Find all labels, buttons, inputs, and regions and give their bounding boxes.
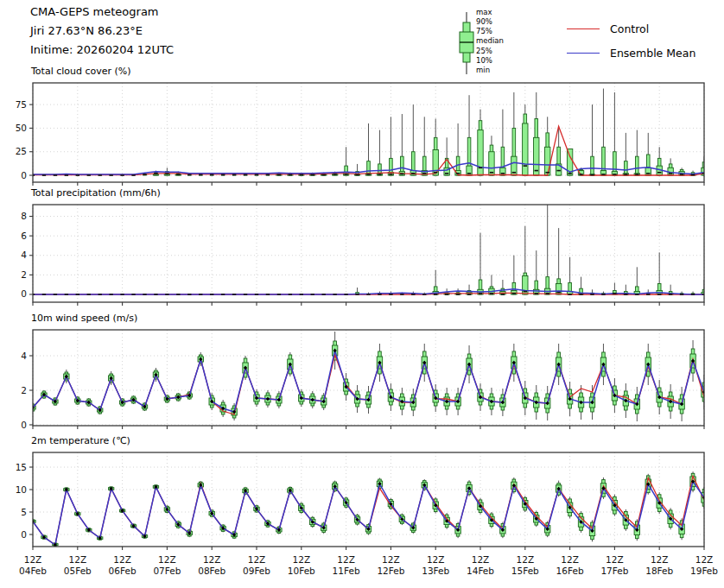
y-tick-label: 2 [21,269,27,280]
x-tick-date: 17Feb [600,566,628,576]
y-tick-label: 2 [21,385,27,395]
x-tick-hour: 12Z [472,554,490,565]
x-tick-hour: 12Z [248,554,266,565]
x-tick-hour: 12Z [427,554,445,565]
panel-3: 051015 [16,452,708,550]
x-tick-date: 18Feb [645,566,673,576]
x-tick-hour: 12Z [203,554,221,565]
y-tick-label: 75 [16,99,27,110]
y-tick-label: 25 [16,146,27,156]
y-tick-label: 8 [21,211,27,221]
y-tick-label: 4 [21,351,27,361]
x-tick-date: 08Feb [198,566,225,576]
x-tick-date: 04Feb [19,566,47,576]
x-tick-hour: 12Z [24,554,42,565]
y-tick-label: 15 [16,462,27,472]
y-tick-label: 0 [21,288,27,299]
y-tick-label: 5 [21,507,27,517]
y-tick-label: 50 [16,123,27,133]
x-tick-date: 11Feb [333,566,360,576]
y-tick-label: 10 [16,484,27,495]
x-tick-date: 15Feb [511,566,539,576]
y-tick-label: 6 [21,231,27,241]
y-tick-label: 0 [21,170,27,180]
x-tick-hour: 12Z [651,554,669,565]
y-tick-label: 4 [21,250,27,260]
x-tick-hour: 12Z [337,554,355,565]
x-tick-date: 10Feb [288,566,315,576]
meteogram-panels: 02550750246802405101512Z04Feb12Z05Feb12Z… [0,0,724,588]
x-tick-date: 05Feb [64,566,92,576]
meteogram-page: CMA-GEPS meteogram Jiri 27.63°N 86.23°E … [0,0,724,588]
x-tick-hour: 12Z [158,554,176,565]
x-tick-hour: 12Z [293,554,311,565]
panel-0: 0255075 [16,83,708,186]
x-tick-date: 14Feb [467,566,494,576]
x-tick-date: 16Feb [556,566,584,576]
y-tick-label: 0 [21,529,27,540]
x-tick-date: 07Feb [153,566,181,576]
x-tick-hour: 12Z [695,554,714,565]
x-tick-date: 06Feb [109,566,137,576]
x-tick-hour: 12Z [517,554,535,565]
x-tick-hour: 12Z [561,554,579,565]
y-tick-label: 0 [21,420,27,430]
x-tick-date: 13Feb [422,566,449,576]
x-tick-hour: 12Z [382,554,400,565]
x-tick-date: 12Feb [377,566,404,576]
panel-2: 024 [21,330,707,430]
panel-1: 02468 [21,205,707,306]
x-tick-hour: 12Z [606,554,624,565]
x-tick-date: 09Feb [243,566,270,576]
x-tick-date: 19Feb [690,566,718,576]
x-tick-hour: 12Z [69,554,87,565]
x-tick-hour: 12Z [113,554,131,565]
